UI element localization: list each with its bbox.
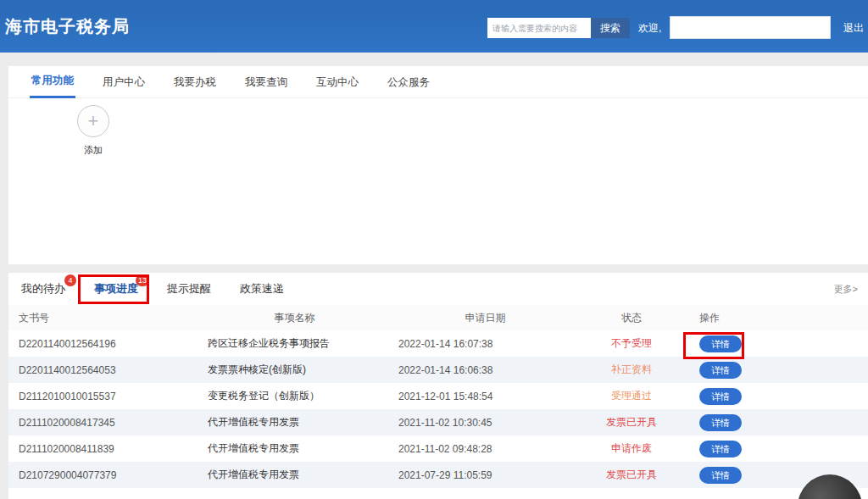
doc-no-cell: D2112010010015537 xyxy=(8,383,199,409)
apply-date-cell: 2021-07-29 11:05:59 xyxy=(390,462,581,488)
status-text: 补正资料 xyxy=(611,363,652,375)
annotation-highlight-detail-button xyxy=(683,332,744,359)
column-header: 状态 xyxy=(581,305,682,330)
doc-no-cell: D2201140012564196 xyxy=(8,330,199,357)
status-text: 受理通过 xyxy=(611,390,652,402)
status-cell: 发票已开具 xyxy=(581,462,682,488)
task-tab-1[interactable]: 我的待办4 xyxy=(21,281,65,297)
table-row: D2111020008411839代开增值税专用发票2021-11-02 09:… xyxy=(8,435,868,462)
more-link[interactable]: 更多> xyxy=(834,283,858,296)
doc-no-cell: D2111020008411839 xyxy=(8,435,199,462)
status-cell: 申请作废 xyxy=(581,435,682,462)
nav-tab-4[interactable]: 我要查询 xyxy=(243,67,289,97)
header-bar: 海市电子税务局 搜索 欢迎, 退出 xyxy=(0,0,868,53)
status-text: 不予受理 xyxy=(611,337,652,349)
table-row: D2201140012564053发票票种核定(创新版)2022-01-14 1… xyxy=(8,357,868,383)
doc-no-cell: D2201140012564053 xyxy=(8,357,199,383)
quick-functions-panel: 常用功能用户中心我要办税我要查询互动中心公众服务 + 添加 xyxy=(8,66,868,264)
logout-button[interactable]: 退出 xyxy=(843,21,864,36)
task-tab-label: 我的待办 xyxy=(21,282,65,295)
item-name-cell: 代开增值税专用发票 xyxy=(199,462,390,488)
annotation-highlight-progress-tab xyxy=(78,274,149,304)
add-label: 添加 xyxy=(66,144,120,157)
nav-tab-2[interactable]: 用户中心 xyxy=(101,67,147,97)
search-input[interactable] xyxy=(487,18,591,38)
item-name-cell: 发票票种核定(创新版) xyxy=(199,357,390,383)
detail-button[interactable]: 详情 xyxy=(699,388,742,405)
detail-button[interactable]: 详情 xyxy=(699,414,742,431)
task-tab-label: 提示提醒 xyxy=(167,282,211,295)
table-header-row: 文书号事项名称申请日期状态操作 xyxy=(8,305,868,330)
item-name-cell: 代开增值税专用发票 xyxy=(199,409,390,435)
search-button[interactable]: 搜索 xyxy=(591,18,630,38)
detail-button[interactable]: 详情 xyxy=(699,467,742,484)
apply-date-cell: 2021-11-02 10:30:45 xyxy=(390,409,581,435)
username-field[interactable] xyxy=(670,16,831,39)
nav-tab-5[interactable]: 互动中心 xyxy=(314,67,360,97)
item-name-cell: 跨区迁移企业税务事项报告 xyxy=(199,330,390,357)
column-header: 操作 xyxy=(682,305,868,330)
doc-no-cell: D2107290004077379 xyxy=(8,462,199,488)
apply-date-cell: 2022-01-14 16:07:38 xyxy=(390,330,581,357)
nav-tab-3[interactable]: 我要办税 xyxy=(172,67,218,97)
add-shortcut[interactable]: + 添加 xyxy=(66,105,120,157)
item-name-cell: 变更税务登记（创新版） xyxy=(199,383,390,409)
app-title: 海市电子税务局 xyxy=(5,15,130,38)
column-header: 事项名称 xyxy=(199,305,390,330)
status-text: 发票已开具 xyxy=(606,416,657,428)
status-text: 申请作废 xyxy=(611,442,652,454)
item-name-cell: 代开增值税专用发票 xyxy=(199,435,390,462)
status-cell: 不予受理 xyxy=(581,330,682,357)
doc-no-cell: D2111020008417345 xyxy=(8,409,199,435)
status-cell: 补正资料 xyxy=(581,357,682,383)
table-row: D2107290004077379代开增值税专用发票2021-07-29 11:… xyxy=(8,462,868,488)
action-cell: 详情 xyxy=(682,409,868,435)
tasks-panel: 我的待办4事项进度13提示提醒政策速递 更多> 文书号事项名称申请日期状态操作 … xyxy=(8,273,868,499)
column-header: 文书号 xyxy=(8,305,199,330)
status-cell: 受理通过 xyxy=(581,383,682,409)
apply-date-cell: 2021-12-01 15:48:54 xyxy=(390,383,581,409)
column-header: 申请日期 xyxy=(390,305,581,330)
apply-date-cell: 2021-11-02 09:48:28 xyxy=(390,435,581,462)
page: 海市电子税务局 搜索 欢迎, 退出 常用功能用户中心我要办税我要查询互动中心公众… xyxy=(0,0,868,499)
welcome-label: 欢迎, xyxy=(638,21,661,36)
main-nav-tabs: 常用功能用户中心我要办税我要查询互动中心公众服务 xyxy=(8,66,868,98)
nav-tab-6[interactable]: 公众服务 xyxy=(386,67,431,97)
add-icon[interactable]: + xyxy=(77,105,109,137)
action-cell: 详情 xyxy=(682,435,868,462)
action-cell: 详情 xyxy=(682,357,868,383)
status-cell: 发票已开具 xyxy=(581,409,682,435)
detail-button[interactable]: 详情 xyxy=(699,441,742,457)
action-cell: 详情 xyxy=(682,383,868,409)
task-tab-label: 政策速递 xyxy=(240,282,284,295)
status-text: 发票已开具 xyxy=(606,469,657,480)
table-row: D2111020008417345代开增值税专用发票2021-11-02 10:… xyxy=(8,409,868,435)
nav-tab-1[interactable]: 常用功能 xyxy=(30,65,75,98)
apply-date-cell: 2022-01-14 16:06:38 xyxy=(390,357,581,383)
task-tab-3[interactable]: 提示提醒 xyxy=(167,281,211,297)
search-group: 搜索 xyxy=(487,18,630,38)
notification-badge: 4 xyxy=(64,274,76,286)
task-tab-4[interactable]: 政策速递 xyxy=(240,281,284,297)
table-row: D2112010010015537变更税务登记（创新版）2021-12-01 1… xyxy=(8,383,868,409)
detail-button[interactable]: 详情 xyxy=(699,362,742,379)
